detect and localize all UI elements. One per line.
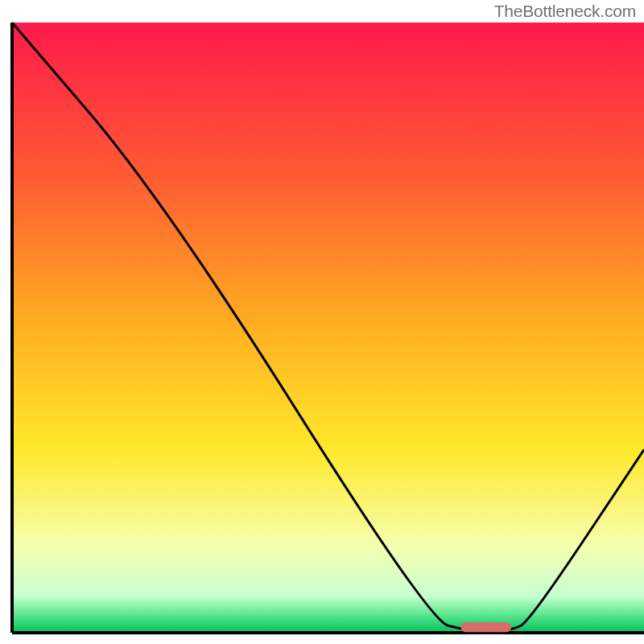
bottleneck-chart: [0, 0, 644, 644]
plot-background: [12, 23, 644, 633]
chart-container: { "watermark": "TheBottleneck.com", "cha…: [0, 0, 644, 644]
watermark-text: TheBottleneck.com: [494, 2, 636, 21]
marker: [460, 622, 511, 632]
